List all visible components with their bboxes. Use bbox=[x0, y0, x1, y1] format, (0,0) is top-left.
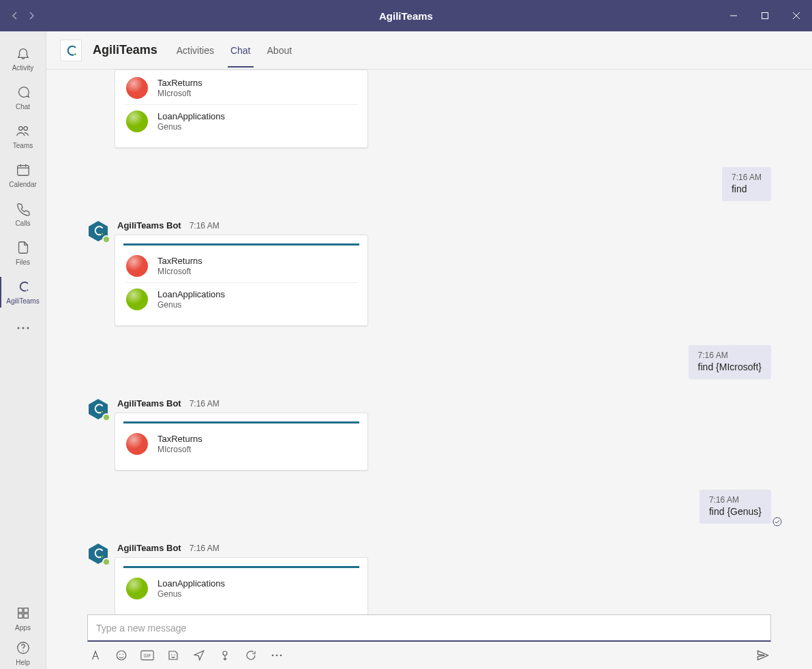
nav-back-icon[interactable] bbox=[11, 12, 19, 20]
result-row[interactable]: LoanApplications Genus bbox=[125, 105, 358, 138]
green-orb-icon bbox=[126, 110, 148, 132]
result-title: LoanApplications bbox=[157, 578, 225, 589]
result-row[interactable]: TaxReturns MIcrosoft bbox=[125, 428, 358, 460]
result-title: LoanApplications bbox=[157, 111, 225, 122]
help-icon bbox=[15, 640, 31, 656]
user-message[interactable]: 7:16 AM find {Genus} bbox=[700, 490, 771, 524]
rail-calls[interactable]: Calls bbox=[0, 195, 46, 234]
window-maximize-button[interactable] bbox=[749, 0, 781, 31]
message-author: AgiliTeams Bot bbox=[117, 220, 181, 231]
bot-avatar-icon bbox=[87, 398, 109, 420]
emoji-icon[interactable] bbox=[115, 649, 128, 662]
svg-point-11 bbox=[27, 327, 29, 329]
rail-apps[interactable]: Apps bbox=[0, 599, 46, 634]
result-title: TaxReturns bbox=[157, 78, 202, 89]
svg-point-27 bbox=[119, 654, 121, 655]
message-time: 7:16 AM bbox=[190, 399, 220, 408]
svg-text:GIF: GIF bbox=[143, 653, 151, 658]
agiliteams-app-icon bbox=[15, 278, 31, 295]
svg-point-18 bbox=[74, 53, 76, 55]
loop-icon[interactable] bbox=[244, 649, 258, 662]
svg-point-17 bbox=[22, 651, 23, 651]
svg-point-28 bbox=[123, 654, 124, 655]
rail-label: Calls bbox=[15, 220, 30, 227]
svg-point-36 bbox=[280, 655, 282, 657]
calendar-icon bbox=[15, 162, 31, 178]
rail-more[interactable] bbox=[0, 312, 46, 344]
svg-point-8 bbox=[27, 289, 28, 291]
chat-icon bbox=[15, 84, 31, 100]
apps-icon bbox=[15, 605, 31, 621]
user-message[interactable]: 7:16 AM find bbox=[722, 167, 771, 201]
message-author: AgiliTeams Bot bbox=[117, 543, 181, 553]
svg-point-26 bbox=[117, 651, 126, 660]
window-title: AgiliTeams bbox=[379, 10, 433, 22]
sticker-icon[interactable] bbox=[166, 649, 180, 662]
rail-files[interactable]: Files bbox=[0, 234, 46, 273]
green-orb-icon bbox=[126, 288, 148, 310]
svg-rect-15 bbox=[23, 614, 27, 618]
bot-result-card: TaxReturns MIcrosoft LoanApplications Ge… bbox=[115, 235, 368, 326]
svg-rect-13 bbox=[23, 608, 27, 612]
compose-box[interactable] bbox=[87, 614, 771, 642]
rail-label: Activity bbox=[12, 64, 34, 72]
result-row[interactable]: TaxReturns MIcrosoft bbox=[125, 72, 358, 105]
user-message[interactable]: 7:16 AM find {MIcrosoft} bbox=[689, 345, 771, 379]
rail-label: Files bbox=[16, 258, 30, 266]
read-receipt-icon bbox=[772, 517, 782, 526]
result-title: LoanApplications bbox=[157, 289, 225, 300]
approvals-icon[interactable] bbox=[218, 649, 232, 662]
message-text: find {MIcrosoft} bbox=[698, 361, 762, 372]
bot-avatar-icon bbox=[87, 220, 109, 242]
result-subtitle: Genus bbox=[157, 300, 225, 310]
bot-result-card: TaxReturns MIcrosoft bbox=[115, 413, 368, 471]
window-close-button[interactable] bbox=[781, 0, 812, 31]
rail-teams[interactable]: Teams bbox=[0, 117, 46, 156]
compose-area: GIF bbox=[46, 614, 812, 669]
red-orb-icon bbox=[126, 77, 148, 99]
result-title: TaxReturns bbox=[157, 434, 202, 445]
more-icon bbox=[15, 320, 31, 336]
message-input[interactable] bbox=[95, 622, 764, 634]
result-subtitle: MIcrosoft bbox=[157, 267, 202, 276]
rail-label: Calendar bbox=[9, 181, 37, 188]
presence-available-icon bbox=[102, 558, 110, 566]
bot-result-card: LoanApplications Genus bbox=[115, 557, 368, 614]
message-time: 7:16 AM bbox=[190, 544, 220, 553]
message-author: AgiliTeams Bot bbox=[117, 398, 181, 408]
svg-point-10 bbox=[22, 327, 24, 329]
result-subtitle: Genus bbox=[157, 589, 225, 599]
priority-icon[interactable] bbox=[192, 649, 206, 662]
nav-forward-icon[interactable] bbox=[27, 12, 35, 20]
app-logo-icon bbox=[60, 40, 82, 61]
rail-activity[interactable]: Activity bbox=[0, 40, 46, 78]
green-orb-icon bbox=[126, 578, 148, 599]
presence-available-icon bbox=[102, 413, 110, 421]
result-row[interactable]: LoanApplications Genus bbox=[125, 283, 358, 316]
more-actions-icon[interactable] bbox=[270, 649, 284, 662]
result-subtitle: Genus bbox=[157, 122, 225, 132]
send-button[interactable] bbox=[756, 649, 770, 662]
rail-chat[interactable]: Chat bbox=[0, 78, 46, 117]
app-rail: Activity Chat Teams Calendar Calls bbox=[0, 31, 46, 669]
rail-label: Teams bbox=[13, 142, 33, 149]
result-title: TaxReturns bbox=[157, 256, 202, 267]
message-time: 7:16 AM bbox=[732, 173, 762, 182]
format-icon[interactable] bbox=[89, 649, 102, 662]
gif-icon[interactable]: GIF bbox=[140, 649, 154, 662]
svg-point-31 bbox=[171, 655, 172, 656]
tab-chat[interactable]: Chat bbox=[228, 34, 254, 67]
message-text: find {Genus} bbox=[709, 506, 762, 517]
app-name: AgiliTeams bbox=[93, 43, 157, 57]
svg-point-35 bbox=[276, 655, 278, 657]
tab-activities[interactable]: Activities bbox=[174, 34, 217, 67]
rail-agiliteams[interactable]: AgiliTeams bbox=[0, 273, 46, 312]
result-row[interactable]: LoanApplications Genus bbox=[125, 572, 358, 605]
svg-point-34 bbox=[272, 655, 274, 657]
rail-help[interactable]: Help bbox=[0, 634, 46, 669]
window-minimize-button[interactable] bbox=[718, 0, 749, 31]
rail-calendar[interactable]: Calendar bbox=[0, 156, 46, 195]
tab-about[interactable]: About bbox=[265, 34, 295, 67]
result-row[interactable]: TaxReturns MIcrosoft bbox=[125, 250, 358, 283]
svg-point-3 bbox=[23, 127, 27, 131]
